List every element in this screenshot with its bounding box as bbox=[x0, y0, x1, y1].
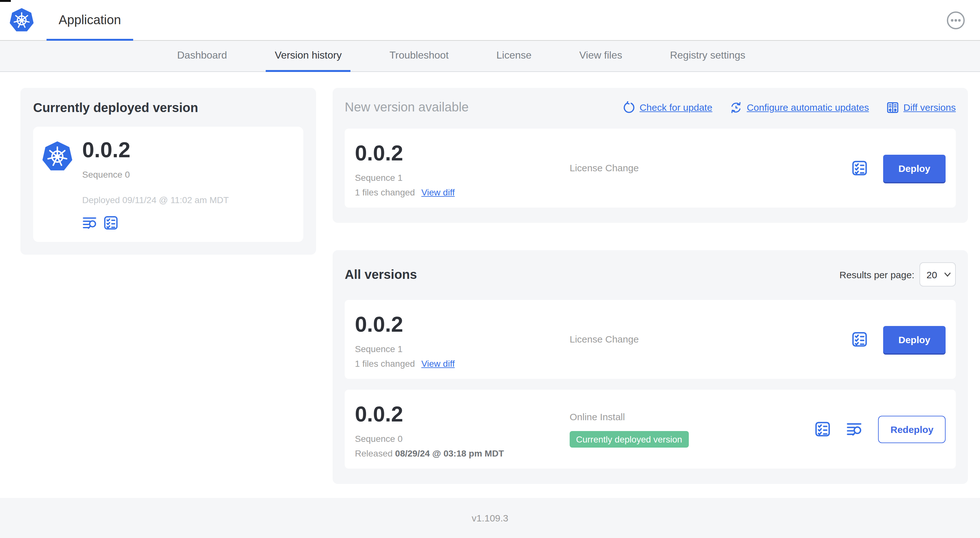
version-source: Online Install Currently deployed versio… bbox=[570, 411, 815, 447]
files-changed-row: 1 files changed View diff bbox=[355, 359, 570, 369]
diff-versions-link[interactable]: Diff versions bbox=[886, 101, 956, 114]
results-per-page-label: Results per page: bbox=[840, 269, 914, 280]
main-content: Currently deployed version bbox=[0, 72, 980, 498]
released-prefix: Released bbox=[355, 448, 393, 459]
auto-update-clock-icon bbox=[730, 101, 742, 114]
view-logs-icon[interactable] bbox=[846, 421, 863, 437]
version-number: 0.0.2 bbox=[355, 310, 570, 338]
version-source: License Change bbox=[570, 333, 851, 345]
version-meta: 0.0.2 Sequence 1 1 files changed View di… bbox=[355, 310, 570, 369]
files-changed-label: 1 files changed bbox=[355, 359, 415, 369]
app-title: Application bbox=[59, 13, 121, 27]
check-for-update-link[interactable]: Check for update bbox=[622, 101, 713, 114]
version-meta: 0.0.2 Sequence 0 Released 08/29/24 @ 03:… bbox=[355, 400, 570, 459]
source-label: License Change bbox=[570, 162, 639, 173]
view-logs-icon[interactable] bbox=[82, 215, 97, 230]
tab-registry-settings[interactable]: Registry settings bbox=[661, 41, 754, 72]
tab-license[interactable]: License bbox=[487, 41, 540, 72]
version-row: 0.0.2 Sequence 0 Released 08/29/24 @ 03:… bbox=[345, 390, 956, 468]
preflight-checks-icon[interactable] bbox=[851, 331, 868, 348]
refresh-icon bbox=[622, 101, 635, 114]
current-version-info: 0.0.2 Sequence 0 Deployed 09/11/24 @ 11:… bbox=[82, 136, 229, 230]
page-tabs: Dashboard Version history Troubleshoot L… bbox=[0, 41, 980, 72]
sequence-label: Sequence 1 bbox=[355, 344, 570, 354]
sequence-label: Sequence 1 bbox=[355, 173, 570, 183]
sequence-label: Sequence 0 bbox=[355, 433, 570, 444]
source-label: Online Install bbox=[570, 411, 625, 422]
app-footer: v1.109.3 bbox=[0, 498, 980, 538]
version-row: 0.0.2 Sequence 1 1 files changed View di… bbox=[345, 300, 956, 379]
new-version-header: New version available Check for update bbox=[345, 100, 956, 114]
results-per-page: Results per page: 20 bbox=[840, 262, 956, 287]
results-per-page-select-wrap: 20 bbox=[920, 262, 956, 287]
all-versions-header: All versions Results per page: 20 bbox=[345, 262, 956, 287]
admin-console-page: Application Dashboard Version history Tr… bbox=[0, 0, 980, 538]
new-version-section: New version available Check for update bbox=[332, 88, 968, 223]
deploy-button[interactable]: Deploy bbox=[883, 326, 946, 353]
preflight-checks-icon[interactable] bbox=[103, 215, 119, 230]
new-version-card: 0.0.2 Sequence 1 1 files changed View di… bbox=[345, 129, 956, 208]
currently-deployed-badge: Currently deployed version bbox=[570, 431, 689, 447]
preflight-checks-icon[interactable] bbox=[815, 421, 831, 437]
version-number: 0.0.2 bbox=[355, 139, 570, 167]
version-actions: Deploy bbox=[851, 154, 946, 182]
view-diff-link[interactable]: View diff bbox=[421, 359, 455, 369]
overflow-menu-button[interactable] bbox=[946, 11, 965, 30]
kubernetes-app-icon bbox=[41, 141, 74, 173]
released-date: 08/29/24 @ 03:18 pm MDT bbox=[395, 448, 504, 459]
source-label: License Change bbox=[570, 333, 639, 344]
tab-view-files[interactable]: View files bbox=[570, 41, 631, 72]
current-sequence-label: Sequence 0 bbox=[82, 169, 229, 179]
current-version-actions bbox=[82, 215, 229, 230]
files-changed-label: 1 files changed bbox=[355, 187, 415, 197]
tab-dashboard[interactable]: Dashboard bbox=[168, 41, 236, 72]
deploy-button[interactable]: Deploy bbox=[883, 154, 946, 182]
kubernetes-logo-icon bbox=[9, 6, 34, 34]
tab-version-history[interactable]: Version history bbox=[266, 41, 351, 72]
tab-troubleshoot[interactable]: Troubleshoot bbox=[380, 41, 458, 72]
preflight-checks-icon[interactable] bbox=[851, 160, 868, 176]
update-links: Check for update Configure automatic upd… bbox=[622, 101, 956, 114]
results-per-page-select[interactable]: 20 bbox=[920, 262, 956, 287]
right-column: New version available Check for update bbox=[332, 88, 968, 484]
currently-deployed-card: 0.0.2 Sequence 0 Deployed 09/11/24 @ 11:… bbox=[33, 127, 303, 242]
version-number: 0.0.2 bbox=[355, 400, 570, 428]
ellipsis-icon bbox=[946, 11, 965, 30]
deployed-timestamp: Deployed 09/11/24 @ 11:02 am MDT bbox=[82, 195, 229, 205]
current-version-number: 0.0.2 bbox=[82, 136, 229, 163]
version-meta: 0.0.2 Sequence 1 1 files changed View di… bbox=[355, 139, 570, 197]
version-rows: 0.0.2 Sequence 1 1 files changed View di… bbox=[345, 300, 956, 468]
version-actions: Redeploy bbox=[815, 416, 946, 443]
files-changed-row: 1 files changed View diff bbox=[355, 187, 570, 197]
currently-deployed-panel: Currently deployed version bbox=[21, 88, 316, 255]
currently-deployed-title: Currently deployed version bbox=[33, 101, 303, 115]
released-row: Released 08/29/24 @ 03:18 pm MDT bbox=[355, 448, 570, 459]
app-tab-application[interactable]: Application bbox=[46, 0, 133, 40]
diff-icon bbox=[886, 101, 899, 114]
all-versions-section: All versions Results per page: 20 bbox=[332, 250, 968, 484]
redeploy-button[interactable]: Redeploy bbox=[878, 416, 946, 443]
screenshot-artifact bbox=[0, 0, 11, 2]
view-diff-link[interactable]: View diff bbox=[421, 187, 455, 197]
configure-automatic-updates-link[interactable]: Configure automatic updates bbox=[730, 101, 869, 114]
version-actions: Deploy bbox=[851, 326, 946, 353]
version-source: License Change bbox=[570, 162, 851, 174]
console-version: v1.109.3 bbox=[471, 513, 508, 523]
app-header: Application bbox=[0, 0, 980, 41]
all-versions-title: All versions bbox=[345, 267, 417, 282]
new-version-title: New version available bbox=[345, 100, 469, 114]
